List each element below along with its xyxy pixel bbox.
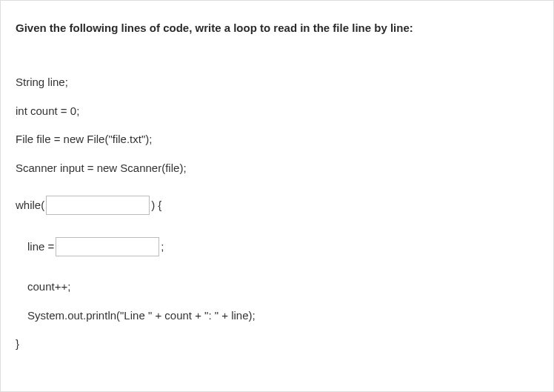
code-line-println: System.out.println("Line " + count + ": … [16, 308, 538, 325]
while-prefix: while( [16, 197, 44, 214]
assign-suffix: ; [161, 239, 164, 256]
blank-input-1[interactable] [46, 196, 150, 215]
code-line-assign: line = ; [16, 237, 538, 256]
code-line-3: File file = new File("file.txt"); [16, 131, 538, 148]
code-line-1: String line; [16, 74, 538, 91]
question-prompt: Given the following lines of code, write… [16, 21, 538, 34]
while-suffix: ) { [151, 197, 161, 214]
assign-prefix: line = [27, 239, 54, 256]
question-container: Given the following lines of code, write… [0, 0, 554, 392]
code-line-while: while( ) { [16, 196, 538, 215]
blank-input-2[interactable] [56, 237, 159, 256]
code-line-4: Scanner input = new Scanner(file); [16, 160, 538, 177]
code-line-close: } [16, 336, 538, 353]
code-line-2: int count = 0; [16, 103, 538, 120]
code-line-count: count++; [16, 279, 538, 296]
